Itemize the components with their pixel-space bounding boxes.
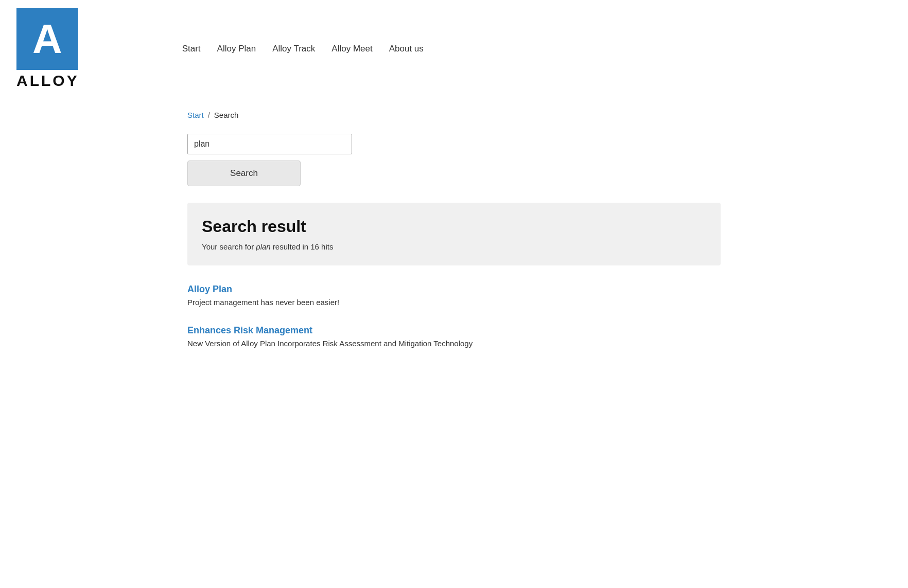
search-result-title: Search result (202, 217, 706, 236)
main-content: Start / Search Search Search result Your… (171, 98, 737, 379)
breadcrumb-separator: / (208, 111, 210, 119)
site-header: A ALLOY Start Alloy Plan Alloy Track All… (0, 0, 908, 98)
search-form: Search (187, 134, 721, 186)
logo-text: ALLOY (16, 72, 79, 90)
logo-letter: A (32, 15, 62, 63)
search-result-box: Search result Your search for plan resul… (187, 203, 721, 265)
summary-suffix: resulted in 16 hits (271, 242, 334, 251)
nav-item-start[interactable]: Start (182, 44, 201, 54)
result-item-enhances-risk: Enhances Risk Management New Version of … (187, 325, 721, 348)
result-item-alloy-plan: Alloy Plan Project management has never … (187, 284, 721, 307)
result-title-alloy-plan[interactable]: Alloy Plan (187, 284, 721, 295)
search-button[interactable]: Search (187, 161, 301, 186)
nav-item-alloy-track[interactable]: Alloy Track (272, 44, 315, 54)
result-desc-alloy-plan: Project management has never been easier… (187, 298, 721, 307)
search-input[interactable] (187, 134, 352, 154)
breadcrumb-home[interactable]: Start (187, 111, 204, 119)
nav-item-alloy-meet[interactable]: Alloy Meet (331, 44, 372, 54)
search-result-summary: Your search for plan resulted in 16 hits (202, 242, 706, 251)
result-title-enhances-risk[interactable]: Enhances Risk Management (187, 325, 721, 336)
summary-prefix: Your search for (202, 242, 256, 251)
nav-item-alloy-plan[interactable]: Alloy Plan (217, 44, 256, 54)
logo-box: A (16, 8, 78, 70)
result-desc-enhances-risk: New Version of Alloy Plan Incorporates R… (187, 339, 721, 348)
breadcrumb-current: Search (214, 111, 239, 119)
logo-container: A ALLOY (16, 8, 79, 90)
nav-item-about-us[interactable]: About us (389, 44, 424, 54)
summary-term: plan (256, 242, 270, 251)
breadcrumb: Start / Search (187, 111, 721, 119)
main-nav: Start Alloy Plan Alloy Track Alloy Meet … (182, 44, 424, 54)
